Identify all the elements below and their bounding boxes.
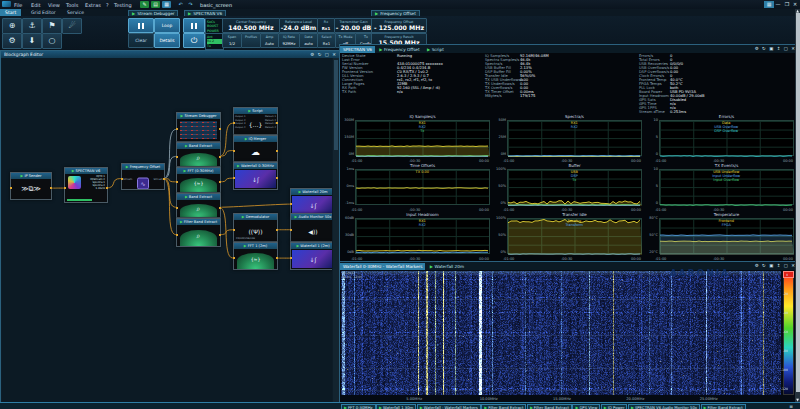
button-amp[interactable]: AmpAuto (260, 33, 279, 48)
tab-start[interactable]: Start (0, 9, 21, 16)
blockgraph-canvas[interactable]: ▶ IP Sender≫⧉≫▶ SPECTRAN V6IQTX 1IQStrea… (2, 58, 332, 402)
taskbar-menu-icon[interactable]: ≣ (789, 404, 793, 409)
spectran-power-button[interactable]: ⏻ (183, 33, 205, 48)
spectran-status-panel: SPECTRAN V6 ▶Frequency Offset ▶Script ⚙ … (339, 44, 799, 263)
freq-axis-label: 20.00MHz (626, 397, 644, 401)
button-data[interactable]: Dataauto (299, 33, 318, 48)
mini-chart-input-headroom[interactable]: Input Headroom 60dB 30dB 0dB RX1RX2 -01:… (341, 212, 492, 261)
button-iq-rate[interactable]: IQ Rate92MHz (278, 33, 300, 48)
debugger-pause-button[interactable] (128, 18, 154, 33)
node-waterfall-1-2m-[interactable]: ▶ Waterfall 1 (2m)↓ʃ (290, 242, 332, 270)
rocket-icon[interactable]: ☄ (62, 18, 82, 34)
field-center-frequency[interactable]: Center Frequency140.500 MHz (222, 18, 280, 33)
mini-chart-spectra-s[interactable]: Spectra/s 50M 25M 0M RX1RX2 -01:00 -00:3… (493, 114, 644, 163)
taskbar-item-waterfall-waterfall-markers[interactable]: ▶Waterfall - Waterfall Markers (417, 404, 481, 409)
debugger-details-button[interactable]: Details (154, 33, 180, 48)
tab-script[interactable]: ▶Script (424, 46, 447, 53)
menu-extras[interactable]: Extras (85, 2, 101, 8)
freq-axis-label: 25.00MHz (700, 397, 718, 401)
field-rx[interactable]: RxRx1 (317, 18, 335, 33)
node-audio-monitor-50x[interactable]: ▶ Audio Monitor 50x◀)) (290, 213, 332, 242)
menu-view[interactable]: View (48, 2, 60, 8)
mini-chart-iq-samples-s[interactable]: IQ Samples/s 300M 150M 0M RX1RX2Tx -01:0… (341, 114, 492, 163)
taskbar-item-fft-0-30mhz[interactable]: ▶FFT 0-30MHz (341, 404, 376, 409)
right-panel-controls[interactable]: ⚙ ↻ ▣ ↥ ▢ ✕ (755, 45, 796, 53)
taskbar-item-waterfall-1-30m[interactable]: ▶Waterfall 1 30m (376, 404, 416, 409)
edit-pencil-icon[interactable]: ✎ (140, 1, 149, 8)
tab-frequency-offset[interactable]: ▶Frequency Offset (376, 46, 422, 53)
node-script[interactable]: ▶ Script{…}Output 1Output 2Output 3Outpu… (233, 107, 278, 135)
colorbar-db-label: -40 (783, 311, 788, 315)
spectran-pause-button[interactable] (183, 18, 205, 33)
tab-service[interactable]: Service (62, 9, 89, 16)
node-band-extract[interactable]: ▶ Band Extract⌕ (176, 142, 221, 167)
compass-icon[interactable]: ⊕ (2, 18, 22, 34)
mini-chart-errors-s[interactable]: Errors/s 10 5 0 DataUSB OverflowDSP Over… (645, 114, 796, 163)
menu-testing[interactable]: Testing (114, 2, 132, 8)
button-select[interactable]: SelectRx1 (317, 33, 336, 48)
tab-spectran-v6[interactable]: SPECTRAN V6 (340, 46, 375, 53)
node-filter-band-extract[interactable]: ▶ Filter Band Extract⌕ (176, 218, 221, 247)
taskbar-item-gps-view[interactable]: ▶GPS View (572, 404, 600, 409)
debugger-clear-button[interactable]: Clear (128, 33, 154, 48)
list-icon[interactable]: ▤ (151, 1, 160, 8)
field-reference-level[interactable]: Reference Level-24.0 dBm (279, 18, 318, 33)
import-icon[interactable]: ⬇ (22, 33, 42, 49)
window-scrollbar[interactable]: ▲▼ (795, 9, 800, 402)
close-button[interactable]: ✕ (790, 1, 800, 8)
aaronia-watermark: AARONIA (670, 268, 730, 278)
menu-help[interactable]: ? (106, 2, 109, 8)
node-fft-1-2m-[interactable]: ▶ FFT 1 (2m){≈} (233, 242, 278, 270)
node-waterfall-20m[interactable]: ▶ Waterfall 20m↓ʃ (290, 188, 332, 216)
taskbar-item-spectran-v6-audio-monitor-50x[interactable]: ▶SPECTRAN V6 Audio Monitor 50x (628, 404, 700, 409)
field-frequency-offset[interactable]: Frequency Offset- 125.000 MHz (371, 18, 427, 33)
mini-chart-transfer-idle[interactable]: Transfer Idle 100% 50% 0% ReceiveTransfo… (493, 212, 644, 261)
menu-tools[interactable]: Tools (66, 2, 78, 8)
waterfall-panel-controls[interactable]: ⚙ ↻ ▣ ↥ ▢ ✕ (755, 262, 796, 270)
status-row: TX Path (342, 90, 356, 94)
colorbar-marker[interactable] (783, 271, 794, 278)
debugger-loop-button[interactable]: Loop (154, 18, 180, 33)
node-ip-sender[interactable]: ▶ IP Sender≫⧉≫ (10, 172, 52, 200)
ribbon-tab-row: Start Grid Editor Service ▶Stream Debugg… (0, 9, 800, 16)
tab-grid-editor[interactable]: Grid Editor (26, 9, 61, 16)
node-iq-merger[interactable]: ▶ IQ Merger☁ (233, 135, 278, 162)
button-profiles[interactable]: Profiles (241, 33, 261, 48)
tab-waterfall-20m[interactable]: ▶Waterfall 20m (427, 263, 467, 270)
node-band-extract[interactable]: ▶ Band Extract⌕ (176, 193, 221, 218)
field-transmitter-gain[interactable]: Transmitter Gain- 20.00 dB (334, 18, 373, 33)
device-status-table: Device StateRunningLast ErrorSerial Numb… (340, 54, 798, 114)
taskbar-item-filter-band-extract[interactable]: ▶Filter Band Extract (701, 404, 746, 409)
flag-icon[interactable]: ⚑ (42, 18, 62, 34)
menu-edit[interactable]: Edit (31, 2, 41, 8)
lifebuoy-icon[interactable]: ○ (42, 33, 62, 49)
colorbar-db-label: -80 (783, 349, 788, 353)
node-waterfall-0-30mhz[interactable]: ▶ Waterfall 0-30MHz↓ʃ (233, 162, 278, 190)
node-fft-0-30mhz-[interactable]: ▶ FFT (0-30MHz){≈} (176, 167, 221, 193)
mini-chart-tx-events-s[interactable]: TX Events/s 10 5 0 USB UnderflowInput Un… (645, 163, 796, 212)
freq-axis-label: 10.00MHz (480, 397, 498, 401)
mini-chart-buffer[interactable]: Buffer 100% 50% 0% USBDSPTx -01:00 -00:3… (493, 163, 644, 212)
node-frequency-offset[interactable]: ▶ Frequency Offset∿StreamStream (121, 163, 165, 190)
node-stream-debugger[interactable]: ▶ Stream Debugger (176, 112, 221, 142)
undo-icon[interactable]: ↶ (176, 1, 185, 8)
redo-icon[interactable]: ↷ (186, 1, 195, 8)
blockgraph-panel-controls[interactable]: ⚙ ↻ ▢ ✕ (310, 51, 337, 58)
waterfall-display[interactable] (341, 271, 781, 395)
tab-waterfall-0-30mhz[interactable]: Waterfall 0-30MHz - Waterfall Markers (340, 263, 425, 270)
colorbar-db-label: 0 (786, 273, 788, 277)
gear-icon[interactable]: ⚙ (2, 33, 22, 49)
mini-chart-time-offsets[interactable]: Time Offsets 1ms 0ms -1ms TX 0.00 -01:00… (341, 163, 492, 212)
node-spectran-v6[interactable]: ▶ SPECTRAN V6IQTX 1IQStream 2Spectra 1Sp… (64, 167, 108, 203)
taskbar-item-filter-band-extract[interactable]: ▶Filter Band Extract (527, 404, 572, 409)
button-span[interactable]: Span1/2 (222, 33, 242, 48)
status-value: 92.160 (SSL / Amp / -6) (397, 86, 440, 90)
panel-icon[interactable]: ▦ (162, 1, 171, 8)
menu-file[interactable]: File (14, 2, 22, 8)
mini-chart-temperature[interactable]: Temperature 80°C 50°C 20°C FrontendFPGA … (645, 212, 796, 261)
blockgraph-title[interactable]: Blockgraph Editor ⚙ ↻ ▢ ✕ (1, 51, 339, 58)
taskbar-item-iq-power[interactable]: ▶IQ Power (601, 404, 628, 409)
taskbar-item-filter-band-extract[interactable]: ▶Filter Band Extract (481, 404, 526, 409)
node-demodulator[interactable]: ▶ Demodulator((Ψ))FM/AM/USB/LSB (233, 213, 278, 242)
anchor-icon[interactable]: ⚓ (22, 18, 42, 34)
